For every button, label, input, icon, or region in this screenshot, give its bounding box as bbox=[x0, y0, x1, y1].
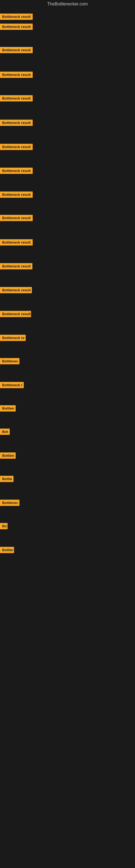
bottleneck-badge-23[interactable]: Bo bbox=[0, 523, 8, 529]
bottleneck-badge-4[interactable]: Bottleneck result bbox=[0, 72, 33, 78]
bottleneck-badge-19[interactable]: Bot bbox=[0, 429, 10, 435]
bottleneck-badge-16[interactable]: Bottlenec bbox=[0, 358, 19, 364]
bottleneck-badge-1[interactable]: Bottleneck result bbox=[0, 13, 33, 20]
bottleneck-badge-6[interactable]: Bottleneck result bbox=[0, 120, 33, 126]
bottleneck-badge-2[interactable]: Bottleneck result bbox=[0, 24, 33, 30]
bottleneck-badge-11[interactable]: Bottleneck result bbox=[0, 239, 33, 246]
bottleneck-badge-3[interactable]: Bottleneck result bbox=[0, 47, 33, 53]
bottleneck-badge-9[interactable]: Bottleneck result bbox=[0, 191, 33, 198]
bottleneck-badge-12[interactable]: Bottleneck result bbox=[0, 263, 32, 269]
bottleneck-badge-8[interactable]: Bottleneck result bbox=[0, 167, 33, 174]
bottleneck-badge-17[interactable]: Bottleneck r bbox=[0, 382, 24, 388]
bottleneck-badge-18[interactable]: Bottlen bbox=[0, 405, 16, 411]
bottleneck-badge-24[interactable]: Bottler bbox=[0, 547, 14, 553]
bottleneck-badge-22[interactable]: Bottlenec bbox=[0, 500, 19, 506]
bottleneck-badge-20[interactable]: Bottlen bbox=[0, 453, 16, 459]
bottleneck-badge-13[interactable]: Bottleneck result bbox=[0, 287, 32, 293]
bottleneck-badge-10[interactable]: Bottleneck result bbox=[0, 215, 33, 221]
bottleneck-badge-21[interactable]: Bottle bbox=[0, 476, 13, 482]
site-title: TheBottlenecker.com bbox=[0, 0, 135, 8]
bottleneck-badge-5[interactable]: Bottleneck result bbox=[0, 95, 33, 101]
site-title-text: TheBottlenecker.com bbox=[47, 2, 88, 6]
bottleneck-badge-7[interactable]: Bottleneck result bbox=[0, 144, 33, 150]
bottleneck-badge-14[interactable]: Bottleneck result bbox=[0, 311, 31, 317]
bottleneck-badge-15[interactable]: Bottleneck re bbox=[0, 335, 26, 341]
